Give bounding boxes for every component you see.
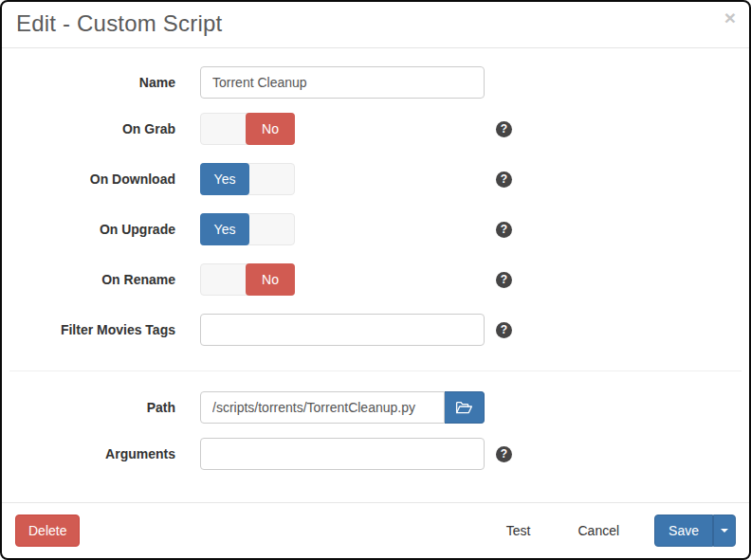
on-upgrade-toggle[interactable]: Yes (200, 213, 295, 245)
save-button[interactable]: Save (654, 515, 713, 547)
arguments-input[interactable] (200, 438, 485, 470)
on-rename-label: On Rename (2, 272, 175, 287)
on-rename-toggle[interactable]: No (200, 263, 295, 296)
modal-footer: Delete Test Cancel Save (2, 502, 749, 558)
path-label: Path (2, 400, 175, 415)
name-label: Name (2, 75, 175, 90)
on-upgrade-label: On Upgrade (2, 222, 175, 237)
save-split-button: Save (654, 515, 736, 547)
save-dropdown-button[interactable] (713, 515, 736, 547)
form-row-on-rename: On Rename No ? (2, 263, 749, 296)
on-upgrade-toggle-state: Yes (200, 213, 249, 245)
on-grab-toggle-state: No (246, 113, 295, 145)
arguments-label: Arguments (2, 446, 175, 461)
filter-movies-tags-label: Filter Movies Tags (2, 322, 175, 337)
help-icon[interactable]: ? (496, 121, 512, 137)
on-grab-toggle[interactable]: No (200, 113, 295, 145)
close-icon[interactable]: × (724, 8, 736, 27)
path-input[interactable] (200, 391, 445, 424)
folder-open-icon (455, 401, 473, 415)
form-row-on-grab: On Grab No ? (2, 113, 749, 145)
on-download-toggle-state: Yes (200, 163, 249, 195)
form-row-on-upgrade: On Upgrade Yes ? (2, 213, 749, 245)
modal-body: Name On Grab No ? On Download Yes ? (2, 48, 749, 502)
modal-header: Edit - Custom Script × (2, 2, 749, 48)
help-icon[interactable]: ? (496, 222, 512, 238)
help-icon[interactable]: ? (496, 172, 512, 188)
chevron-down-icon (721, 529, 728, 533)
form-row-on-download: On Download Yes ? (2, 163, 749, 195)
on-rename-toggle-state: No (246, 263, 295, 296)
on-download-label: On Download (2, 172, 175, 187)
on-grab-label: On Grab (2, 121, 175, 136)
help-icon[interactable]: ? (496, 272, 512, 288)
modal-title: Edit - Custom Script (16, 10, 735, 37)
delete-button[interactable]: Delete (15, 515, 80, 547)
form-row-arguments: Arguments ? (2, 438, 749, 470)
filter-movies-tags-input[interactable] (200, 314, 485, 346)
on-download-toggle[interactable]: Yes (200, 163, 295, 195)
name-input[interactable] (200, 66, 485, 99)
edit-custom-script-modal: Edit - Custom Script × Name On Grab No ?… (0, 0, 751, 560)
form-row-name: Name (2, 66, 749, 99)
browse-path-button[interactable] (445, 391, 485, 424)
help-icon[interactable]: ? (496, 446, 512, 462)
help-icon[interactable]: ? (496, 322, 512, 338)
form-row-path: Path (2, 391, 749, 424)
cancel-button[interactable]: Cancel (565, 515, 632, 547)
test-button[interactable]: Test (494, 515, 543, 547)
section-divider (9, 370, 742, 371)
form-row-filter-movies-tags: Filter Movies Tags ? (2, 314, 749, 346)
